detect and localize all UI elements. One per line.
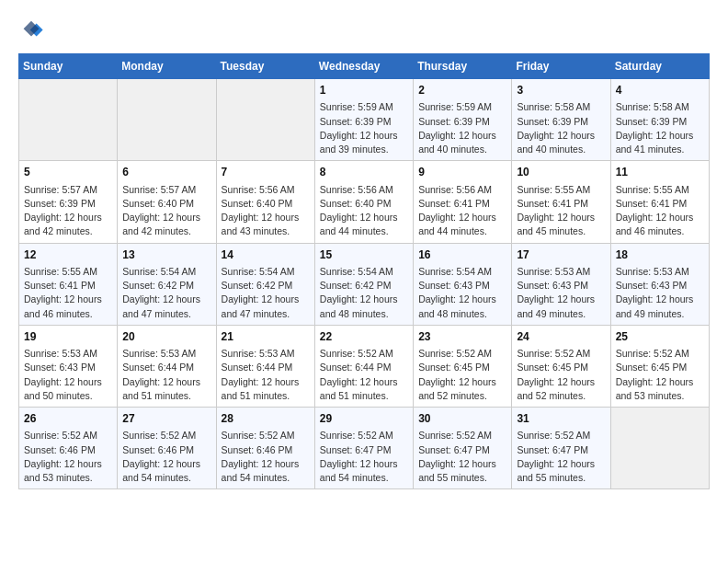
day-info: Sunrise: 5:53 AM Sunset: 6:44 PM Dayligh… xyxy=(222,348,300,401)
calendar-cell xyxy=(216,79,314,161)
day-number: 15 xyxy=(320,247,408,263)
day-info: Sunrise: 5:52 AM Sunset: 6:45 PM Dayligh… xyxy=(517,348,595,401)
day-number: 6 xyxy=(122,165,210,180)
day-number: 19 xyxy=(24,329,112,345)
logo xyxy=(18,18,48,44)
day-number: 26 xyxy=(24,411,112,427)
day-number: 8 xyxy=(320,165,408,180)
calendar-cell: 8Sunrise: 5:56 AM Sunset: 6:40 PM Daylig… xyxy=(314,161,413,243)
day-info: Sunrise: 5:52 AM Sunset: 6:47 PM Dayligh… xyxy=(418,430,496,483)
weekday-header: Thursday xyxy=(414,54,512,79)
day-number: 3 xyxy=(517,83,605,98)
day-number: 9 xyxy=(418,165,506,180)
calendar-cell: 20Sunrise: 5:53 AM Sunset: 6:44 PM Dayli… xyxy=(118,325,216,407)
calendar-week-row: 5Sunrise: 5:57 AM Sunset: 6:39 PM Daylig… xyxy=(19,161,710,243)
day-info: Sunrise: 5:52 AM Sunset: 6:47 PM Dayligh… xyxy=(320,430,398,483)
day-info: Sunrise: 5:53 AM Sunset: 6:43 PM Dayligh… xyxy=(517,266,595,319)
day-info: Sunrise: 5:55 AM Sunset: 6:41 PM Dayligh… xyxy=(24,266,102,319)
day-number: 5 xyxy=(24,165,112,180)
calendar-cell xyxy=(118,79,216,161)
day-info: Sunrise: 5:53 AM Sunset: 6:43 PM Dayligh… xyxy=(24,348,102,401)
day-info: Sunrise: 5:52 AM Sunset: 6:46 PM Dayligh… xyxy=(222,430,300,483)
day-info: Sunrise: 5:54 AM Sunset: 6:43 PM Dayligh… xyxy=(418,266,496,319)
day-info: Sunrise: 5:59 AM Sunset: 6:39 PM Dayligh… xyxy=(418,101,496,155)
day-number: 10 xyxy=(517,165,605,180)
day-number: 31 xyxy=(517,411,605,427)
day-info: Sunrise: 5:54 AM Sunset: 6:42 PM Dayligh… xyxy=(122,266,200,319)
calendar-cell: 11Sunrise: 5:55 AM Sunset: 6:41 PM Dayli… xyxy=(610,161,709,243)
calendar-cell: 15Sunrise: 5:54 AM Sunset: 6:42 PM Dayli… xyxy=(314,243,413,325)
weekday-header: Saturday xyxy=(610,54,709,79)
day-number: 11 xyxy=(616,165,704,180)
calendar-cell xyxy=(19,79,118,161)
day-info: Sunrise: 5:53 AM Sunset: 6:44 PM Dayligh… xyxy=(122,348,200,401)
calendar-cell: 7Sunrise: 5:56 AM Sunset: 6:40 PM Daylig… xyxy=(216,161,314,243)
day-info: Sunrise: 5:52 AM Sunset: 6:47 PM Dayligh… xyxy=(517,430,595,483)
calendar-week-row: 1Sunrise: 5:59 AM Sunset: 6:39 PM Daylig… xyxy=(19,79,710,161)
day-number: 7 xyxy=(222,165,310,180)
day-info: Sunrise: 5:58 AM Sunset: 6:39 PM Dayligh… xyxy=(616,101,694,155)
calendar-cell: 4Sunrise: 5:58 AM Sunset: 6:39 PM Daylig… xyxy=(610,79,709,161)
calendar-cell: 14Sunrise: 5:54 AM Sunset: 6:42 PM Dayli… xyxy=(216,243,314,325)
logo-icon xyxy=(18,18,44,44)
day-number: 29 xyxy=(320,411,408,427)
day-number: 1 xyxy=(320,83,408,98)
calendar-cell: 12Sunrise: 5:55 AM Sunset: 6:41 PM Dayli… xyxy=(19,243,118,325)
day-info: Sunrise: 5:52 AM Sunset: 6:44 PM Dayligh… xyxy=(320,348,398,401)
day-number: 21 xyxy=(222,329,310,345)
calendar-cell xyxy=(610,408,709,489)
calendar-header: SundayMondayTuesdayWednesdayThursdayFrid… xyxy=(19,54,710,79)
day-number: 2 xyxy=(418,83,506,98)
day-number: 30 xyxy=(418,411,506,427)
calendar-cell: 10Sunrise: 5:55 AM Sunset: 6:41 PM Dayli… xyxy=(512,161,610,243)
day-number: 27 xyxy=(122,411,210,427)
calendar-cell: 31Sunrise: 5:52 AM Sunset: 6:47 PM Dayli… xyxy=(512,408,610,489)
calendar-table: SundayMondayTuesdayWednesdayThursdayFrid… xyxy=(18,53,710,489)
calendar-cell: 17Sunrise: 5:53 AM Sunset: 6:43 PM Dayli… xyxy=(512,243,610,325)
day-number: 22 xyxy=(320,329,408,345)
day-number: 16 xyxy=(418,247,506,263)
calendar-cell: 21Sunrise: 5:53 AM Sunset: 6:44 PM Dayli… xyxy=(216,325,314,407)
calendar-cell: 22Sunrise: 5:52 AM Sunset: 6:44 PM Dayli… xyxy=(314,325,413,407)
calendar-cell: 5Sunrise: 5:57 AM Sunset: 6:39 PM Daylig… xyxy=(19,161,118,243)
weekday-header: Friday xyxy=(512,54,610,79)
calendar-cell: 29Sunrise: 5:52 AM Sunset: 6:47 PM Dayli… xyxy=(314,408,413,489)
calendar-cell: 16Sunrise: 5:54 AM Sunset: 6:43 PM Dayli… xyxy=(414,243,512,325)
calendar-cell: 19Sunrise: 5:53 AM Sunset: 6:43 PM Dayli… xyxy=(19,325,118,407)
day-info: Sunrise: 5:59 AM Sunset: 6:39 PM Dayligh… xyxy=(320,101,398,155)
day-info: Sunrise: 5:56 AM Sunset: 6:40 PM Dayligh… xyxy=(320,184,398,237)
calendar-cell: 2Sunrise: 5:59 AM Sunset: 6:39 PM Daylig… xyxy=(414,79,512,161)
calendar-cell: 26Sunrise: 5:52 AM Sunset: 6:46 PM Dayli… xyxy=(19,408,118,489)
calendar-cell: 9Sunrise: 5:56 AM Sunset: 6:41 PM Daylig… xyxy=(414,161,512,243)
day-info: Sunrise: 5:57 AM Sunset: 6:40 PM Dayligh… xyxy=(122,184,200,237)
day-number: 14 xyxy=(222,247,310,263)
calendar-week-row: 26Sunrise: 5:52 AM Sunset: 6:46 PM Dayli… xyxy=(19,408,710,489)
calendar-cell: 3Sunrise: 5:58 AM Sunset: 6:39 PM Daylig… xyxy=(512,79,610,161)
day-info: Sunrise: 5:54 AM Sunset: 6:42 PM Dayligh… xyxy=(320,266,398,319)
calendar-cell: 30Sunrise: 5:52 AM Sunset: 6:47 PM Dayli… xyxy=(414,408,512,489)
day-info: Sunrise: 5:52 AM Sunset: 6:45 PM Dayligh… xyxy=(616,348,694,401)
calendar-cell: 1Sunrise: 5:59 AM Sunset: 6:39 PM Daylig… xyxy=(314,79,413,161)
day-number: 25 xyxy=(616,329,704,345)
day-number: 12 xyxy=(24,247,112,263)
day-info: Sunrise: 5:52 AM Sunset: 6:45 PM Dayligh… xyxy=(418,348,496,401)
calendar-cell: 28Sunrise: 5:52 AM Sunset: 6:46 PM Dayli… xyxy=(216,408,314,489)
day-number: 18 xyxy=(616,247,704,263)
day-info: Sunrise: 5:55 AM Sunset: 6:41 PM Dayligh… xyxy=(517,184,595,237)
weekday-row: SundayMondayTuesdayWednesdayThursdayFrid… xyxy=(19,54,710,79)
day-number: 17 xyxy=(517,247,605,263)
calendar-week-row: 19Sunrise: 5:53 AM Sunset: 6:43 PM Dayli… xyxy=(19,325,710,407)
calendar-week-row: 12Sunrise: 5:55 AM Sunset: 6:41 PM Dayli… xyxy=(19,243,710,325)
day-info: Sunrise: 5:55 AM Sunset: 6:41 PM Dayligh… xyxy=(616,184,694,237)
day-number: 20 xyxy=(122,329,210,345)
calendar-cell: 25Sunrise: 5:52 AM Sunset: 6:45 PM Dayli… xyxy=(610,325,709,407)
calendar-cell: 23Sunrise: 5:52 AM Sunset: 6:45 PM Dayli… xyxy=(414,325,512,407)
calendar-cell: 24Sunrise: 5:52 AM Sunset: 6:45 PM Dayli… xyxy=(512,325,610,407)
calendar-cell: 27Sunrise: 5:52 AM Sunset: 6:46 PM Dayli… xyxy=(118,408,216,489)
day-info: Sunrise: 5:52 AM Sunset: 6:46 PM Dayligh… xyxy=(24,430,102,483)
day-info: Sunrise: 5:56 AM Sunset: 6:41 PM Dayligh… xyxy=(418,184,496,237)
day-number: 23 xyxy=(418,329,506,345)
calendar-cell: 18Sunrise: 5:53 AM Sunset: 6:43 PM Dayli… xyxy=(610,243,709,325)
day-number: 28 xyxy=(222,411,310,427)
day-info: Sunrise: 5:52 AM Sunset: 6:46 PM Dayligh… xyxy=(122,430,200,483)
